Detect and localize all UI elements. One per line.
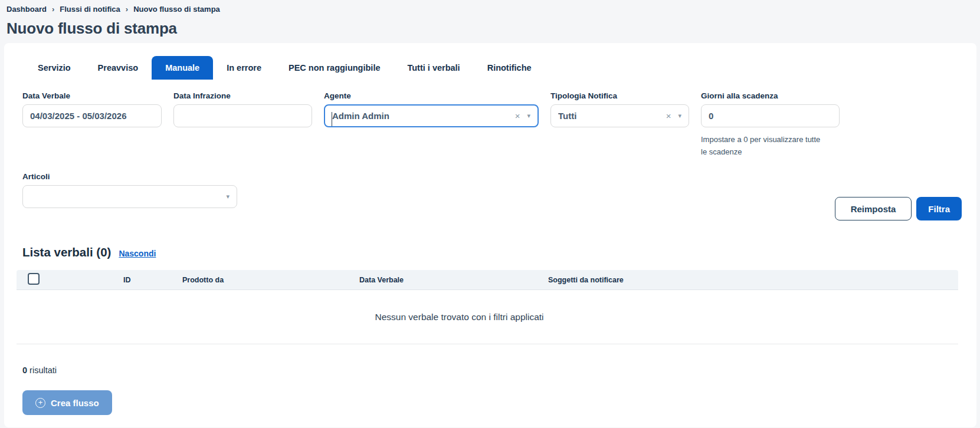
- agente-label: Agente: [324, 91, 539, 100]
- tab-manuale[interactable]: Manuale: [152, 56, 213, 80]
- breadcrumb-flussi-di-notifica[interactable]: Flussi di notifica: [60, 5, 120, 14]
- field-tipologia-notifica: Tipologia Notifica × ▾: [550, 91, 689, 158]
- text-caret: [332, 112, 332, 126]
- data-infrazione-input[interactable]: [174, 105, 312, 127]
- filter-buttons: Reimposta Filtra: [835, 197, 962, 220]
- tab-in-errore[interactable]: In errore: [213, 56, 275, 80]
- verbali-table: ID Prodotto da Data Verbale Soggetti da …: [17, 270, 958, 344]
- select-all-cell: [17, 273, 114, 287]
- column-header-soggetti: Soggetti da notificare: [539, 276, 958, 284]
- empty-state-message: Nessun verbale trovato con i filtri appl…: [375, 312, 543, 322]
- breadcrumb: Dashboard › Flussi di notifica › Nuovo f…: [6, 5, 980, 14]
- tab-pec-non-raggiungibile[interactable]: PEC non raggiungibile: [275, 56, 394, 80]
- giorni-scadenza-input-box: [701, 104, 840, 127]
- column-header-data-verbale: Data Verbale: [350, 276, 539, 284]
- field-agente: Agente × ▾: [324, 91, 539, 158]
- agente-input[interactable]: [325, 106, 537, 126]
- lista-verbali-section: Lista verbali (0) Nascondi ID Prodotto d…: [19, 245, 962, 415]
- breadcrumb-separator-icon: ›: [52, 5, 54, 14]
- list-header: Lista verbali (0) Nascondi: [22, 245, 962, 259]
- tab-tutti-i-verbali[interactable]: Tutti i verbali: [394, 56, 473, 80]
- filtra-button[interactable]: Filtra: [916, 197, 962, 220]
- field-data-verbale: Data Verbale: [22, 91, 162, 158]
- articoli-input[interactable]: [23, 186, 237, 208]
- tipologia-notifica-combobox[interactable]: × ▾: [550, 104, 689, 127]
- results-count-line: 0 risultati: [22, 366, 962, 375]
- crea-flusso-button[interactable]: + Crea flusso: [22, 390, 112, 415]
- giorni-scadenza-helper-text: Impostare a 0 per visualizzare tutte le …: [701, 133, 826, 158]
- tab-rinotifiche[interactable]: Rinotifiche: [474, 56, 545, 80]
- list-title: Lista verbali (0): [22, 245, 111, 259]
- crea-flusso-label: Crea flusso: [51, 398, 99, 408]
- breadcrumb-dashboard[interactable]: Dashboard: [6, 5, 47, 14]
- agente-chevron-down-icon[interactable]: ▾: [527, 113, 530, 119]
- reimposta-button[interactable]: Reimposta: [835, 197, 912, 220]
- agente-combobox[interactable]: × ▾: [324, 104, 539, 127]
- results-count: 0: [22, 366, 27, 375]
- articoli-select[interactable]: ▾: [22, 185, 237, 208]
- field-articoli: Articoli ▾: [22, 172, 237, 208]
- articoli-label: Articoli: [22, 172, 237, 181]
- field-data-infrazione: Data Infrazione: [173, 91, 312, 158]
- results-label: risultati: [30, 366, 57, 375]
- page-title: Nuovo flusso di stampa: [6, 19, 980, 38]
- top-bar: Dashboard › Flussi di notifica › Nuovo f…: [0, 0, 980, 38]
- field-giorni-alla-scadenza: Giorni alla scadenza Impostare a 0 per v…: [701, 91, 840, 158]
- column-header-prodotto-da: Prodotto da: [173, 276, 350, 284]
- tipologia-chevron-down-icon[interactable]: ▾: [678, 113, 681, 119]
- plus-circle-icon: +: [35, 398, 45, 408]
- nascondi-link[interactable]: Nascondi: [119, 249, 156, 258]
- breadcrumb-separator-icon: ›: [126, 5, 128, 14]
- data-verbale-label: Data Verbale: [22, 91, 162, 100]
- breadcrumb-current-page: Nuovo flusso di stampa: [133, 5, 220, 14]
- filters-row-1: Data Verbale Data Infrazione Agente × ▾: [19, 91, 962, 158]
- giorni-scadenza-input[interactable]: [702, 105, 839, 127]
- main-card: Servizio Preavviso Manuale In errore PEC…: [4, 43, 976, 427]
- tab-preavviso[interactable]: Preavviso: [84, 56, 152, 80]
- agente-clear-icon[interactable]: ×: [515, 111, 520, 120]
- table-header-row: ID Prodotto da Data Verbale Soggetti da …: [17, 270, 958, 290]
- tipologia-notifica-label: Tipologia Notifica: [550, 91, 689, 100]
- filters-row-2: Articoli ▾ Reimposta Filtra: [19, 172, 962, 220]
- table-empty-state: Nessun verbale trovato con i filtri appl…: [17, 290, 958, 344]
- tipologia-clear-icon[interactable]: ×: [666, 111, 671, 120]
- data-infrazione-label: Data Infrazione: [173, 91, 312, 100]
- data-verbale-input-box: [22, 104, 162, 127]
- select-all-checkbox[interactable]: [28, 273, 40, 285]
- giorni-scadenza-label: Giorni alla scadenza: [701, 91, 840, 100]
- tab-servizio[interactable]: Servizio: [24, 56, 84, 80]
- column-header-id: ID: [114, 276, 173, 284]
- data-infrazione-input-box: [173, 104, 312, 127]
- articoli-chevron-down-icon[interactable]: ▾: [226, 193, 230, 200]
- data-verbale-input[interactable]: [23, 105, 161, 127]
- tab-bar: Servizio Preavviso Manuale In errore PEC…: [19, 56, 962, 80]
